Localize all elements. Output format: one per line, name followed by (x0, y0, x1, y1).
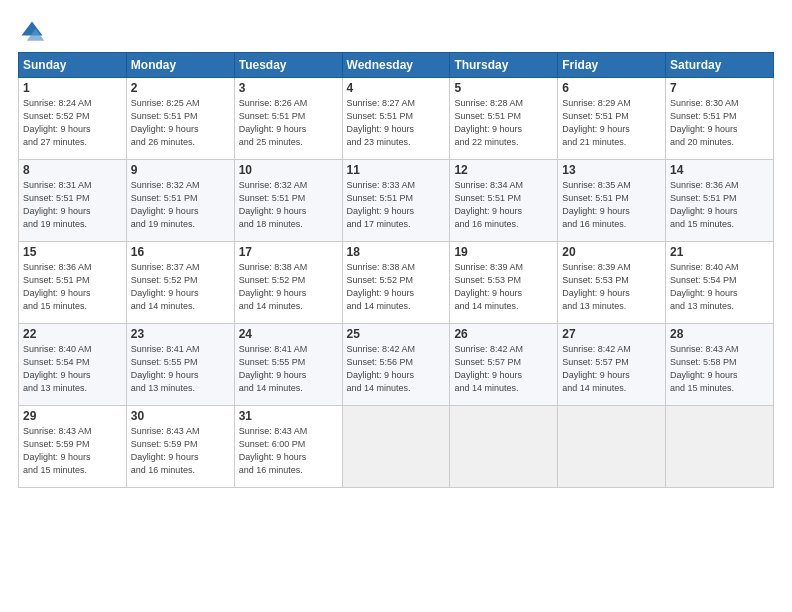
day-number: 22 (23, 327, 122, 341)
day-info: Sunrise: 8:24 AM Sunset: 5:52 PM Dayligh… (23, 97, 122, 149)
day-cell: 16Sunrise: 8:37 AM Sunset: 5:52 PM Dayli… (126, 242, 234, 324)
day-number: 20 (562, 245, 661, 259)
day-number: 31 (239, 409, 338, 423)
week-row-2: 8Sunrise: 8:31 AM Sunset: 5:51 PM Daylig… (19, 160, 774, 242)
day-info: Sunrise: 8:42 AM Sunset: 5:57 PM Dayligh… (454, 343, 553, 395)
day-header-monday: Monday (126, 53, 234, 78)
week-row-1: 1Sunrise: 8:24 AM Sunset: 5:52 PM Daylig… (19, 78, 774, 160)
day-cell: 19Sunrise: 8:39 AM Sunset: 5:53 PM Dayli… (450, 242, 558, 324)
day-number: 24 (239, 327, 338, 341)
day-cell (450, 406, 558, 488)
day-info: Sunrise: 8:34 AM Sunset: 5:51 PM Dayligh… (454, 179, 553, 231)
day-info: Sunrise: 8:38 AM Sunset: 5:52 PM Dayligh… (347, 261, 446, 313)
day-number: 16 (131, 245, 230, 259)
day-number: 2 (131, 81, 230, 95)
day-cell: 12Sunrise: 8:34 AM Sunset: 5:51 PM Dayli… (450, 160, 558, 242)
day-cell: 21Sunrise: 8:40 AM Sunset: 5:54 PM Dayli… (666, 242, 774, 324)
day-number: 10 (239, 163, 338, 177)
day-info: Sunrise: 8:39 AM Sunset: 5:53 PM Dayligh… (454, 261, 553, 313)
day-info: Sunrise: 8:27 AM Sunset: 5:51 PM Dayligh… (347, 97, 446, 149)
day-cell: 9Sunrise: 8:32 AM Sunset: 5:51 PM Daylig… (126, 160, 234, 242)
day-header-wednesday: Wednesday (342, 53, 450, 78)
day-number: 17 (239, 245, 338, 259)
day-header-thursday: Thursday (450, 53, 558, 78)
day-cell (666, 406, 774, 488)
day-info: Sunrise: 8:40 AM Sunset: 5:54 PM Dayligh… (670, 261, 769, 313)
calendar-page: SundayMondayTuesdayWednesdayThursdayFrid… (0, 0, 792, 612)
day-cell: 31Sunrise: 8:43 AM Sunset: 6:00 PM Dayli… (234, 406, 342, 488)
header (18, 18, 774, 46)
day-info: Sunrise: 8:43 AM Sunset: 5:58 PM Dayligh… (670, 343, 769, 395)
day-info: Sunrise: 8:38 AM Sunset: 5:52 PM Dayligh… (239, 261, 338, 313)
day-number: 27 (562, 327, 661, 341)
day-number: 12 (454, 163, 553, 177)
day-info: Sunrise: 8:32 AM Sunset: 5:51 PM Dayligh… (131, 179, 230, 231)
week-row-5: 29Sunrise: 8:43 AM Sunset: 5:59 PM Dayli… (19, 406, 774, 488)
week-row-4: 22Sunrise: 8:40 AM Sunset: 5:54 PM Dayli… (19, 324, 774, 406)
day-number: 30 (131, 409, 230, 423)
day-info: Sunrise: 8:30 AM Sunset: 5:51 PM Dayligh… (670, 97, 769, 149)
day-number: 23 (131, 327, 230, 341)
day-number: 21 (670, 245, 769, 259)
day-cell: 7Sunrise: 8:30 AM Sunset: 5:51 PM Daylig… (666, 78, 774, 160)
logo-icon (18, 18, 46, 46)
day-cell: 30Sunrise: 8:43 AM Sunset: 5:59 PM Dayli… (126, 406, 234, 488)
day-info: Sunrise: 8:43 AM Sunset: 5:59 PM Dayligh… (23, 425, 122, 477)
day-number: 29 (23, 409, 122, 423)
day-info: Sunrise: 8:31 AM Sunset: 5:51 PM Dayligh… (23, 179, 122, 231)
day-header-friday: Friday (558, 53, 666, 78)
day-info: Sunrise: 8:32 AM Sunset: 5:51 PM Dayligh… (239, 179, 338, 231)
day-info: Sunrise: 8:36 AM Sunset: 5:51 PM Dayligh… (670, 179, 769, 231)
day-cell: 22Sunrise: 8:40 AM Sunset: 5:54 PM Dayli… (19, 324, 127, 406)
day-number: 6 (562, 81, 661, 95)
day-header-tuesday: Tuesday (234, 53, 342, 78)
day-cell: 14Sunrise: 8:36 AM Sunset: 5:51 PM Dayli… (666, 160, 774, 242)
day-header-sunday: Sunday (19, 53, 127, 78)
day-number: 4 (347, 81, 446, 95)
day-number: 13 (562, 163, 661, 177)
day-number: 7 (670, 81, 769, 95)
day-number: 18 (347, 245, 446, 259)
day-info: Sunrise: 8:42 AM Sunset: 5:57 PM Dayligh… (562, 343, 661, 395)
day-number: 9 (131, 163, 230, 177)
day-info: Sunrise: 8:25 AM Sunset: 5:51 PM Dayligh… (131, 97, 230, 149)
day-cell: 8Sunrise: 8:31 AM Sunset: 5:51 PM Daylig… (19, 160, 127, 242)
day-cell: 27Sunrise: 8:42 AM Sunset: 5:57 PM Dayli… (558, 324, 666, 406)
day-cell: 2Sunrise: 8:25 AM Sunset: 5:51 PM Daylig… (126, 78, 234, 160)
day-number: 14 (670, 163, 769, 177)
day-cell: 11Sunrise: 8:33 AM Sunset: 5:51 PM Dayli… (342, 160, 450, 242)
day-cell: 1Sunrise: 8:24 AM Sunset: 5:52 PM Daylig… (19, 78, 127, 160)
day-info: Sunrise: 8:35 AM Sunset: 5:51 PM Dayligh… (562, 179, 661, 231)
day-info: Sunrise: 8:33 AM Sunset: 5:51 PM Dayligh… (347, 179, 446, 231)
day-cell: 17Sunrise: 8:38 AM Sunset: 5:52 PM Dayli… (234, 242, 342, 324)
day-number: 25 (347, 327, 446, 341)
day-cell: 29Sunrise: 8:43 AM Sunset: 5:59 PM Dayli… (19, 406, 127, 488)
day-number: 15 (23, 245, 122, 259)
day-cell: 6Sunrise: 8:29 AM Sunset: 5:51 PM Daylig… (558, 78, 666, 160)
day-cell: 3Sunrise: 8:26 AM Sunset: 5:51 PM Daylig… (234, 78, 342, 160)
day-info: Sunrise: 8:43 AM Sunset: 6:00 PM Dayligh… (239, 425, 338, 477)
day-number: 28 (670, 327, 769, 341)
day-cell: 20Sunrise: 8:39 AM Sunset: 5:53 PM Dayli… (558, 242, 666, 324)
day-info: Sunrise: 8:41 AM Sunset: 5:55 PM Dayligh… (239, 343, 338, 395)
day-cell: 5Sunrise: 8:28 AM Sunset: 5:51 PM Daylig… (450, 78, 558, 160)
day-info: Sunrise: 8:29 AM Sunset: 5:51 PM Dayligh… (562, 97, 661, 149)
day-cell (342, 406, 450, 488)
day-info: Sunrise: 8:37 AM Sunset: 5:52 PM Dayligh… (131, 261, 230, 313)
day-info: Sunrise: 8:43 AM Sunset: 5:59 PM Dayligh… (131, 425, 230, 477)
day-info: Sunrise: 8:28 AM Sunset: 5:51 PM Dayligh… (454, 97, 553, 149)
calendar-header-row: SundayMondayTuesdayWednesdayThursdayFrid… (19, 53, 774, 78)
day-number: 11 (347, 163, 446, 177)
day-info: Sunrise: 8:42 AM Sunset: 5:56 PM Dayligh… (347, 343, 446, 395)
day-number: 1 (23, 81, 122, 95)
day-cell: 24Sunrise: 8:41 AM Sunset: 5:55 PM Dayli… (234, 324, 342, 406)
day-info: Sunrise: 8:36 AM Sunset: 5:51 PM Dayligh… (23, 261, 122, 313)
day-cell: 13Sunrise: 8:35 AM Sunset: 5:51 PM Dayli… (558, 160, 666, 242)
day-info: Sunrise: 8:26 AM Sunset: 5:51 PM Dayligh… (239, 97, 338, 149)
day-cell: 15Sunrise: 8:36 AM Sunset: 5:51 PM Dayli… (19, 242, 127, 324)
day-cell: 18Sunrise: 8:38 AM Sunset: 5:52 PM Dayli… (342, 242, 450, 324)
day-number: 19 (454, 245, 553, 259)
day-cell: 10Sunrise: 8:32 AM Sunset: 5:51 PM Dayli… (234, 160, 342, 242)
day-number: 8 (23, 163, 122, 177)
week-row-3: 15Sunrise: 8:36 AM Sunset: 5:51 PM Dayli… (19, 242, 774, 324)
